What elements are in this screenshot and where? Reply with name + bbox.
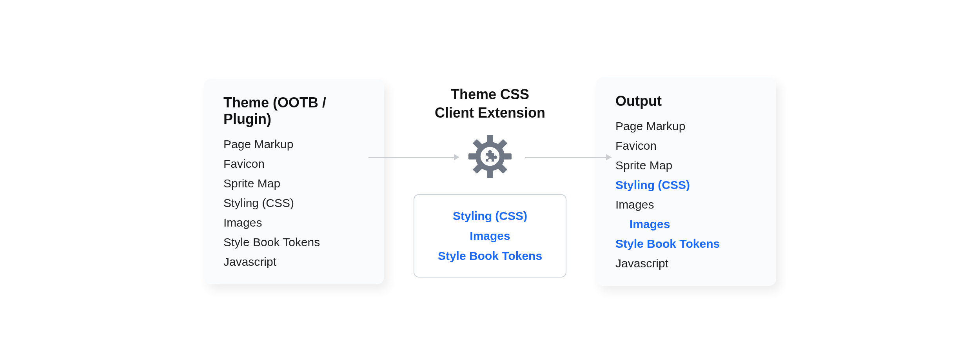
list-item: Javascript <box>615 257 757 270</box>
list-item: Javascript <box>223 255 365 269</box>
list-item: Styling (CSS) <box>223 196 365 210</box>
extension-item: Style Book Tokens <box>438 246 542 266</box>
list-item: Page Markup <box>223 138 365 151</box>
list-item: Style Book Tokens <box>615 237 757 250</box>
theme-panel: Theme (OOTB / Plugin) Page Markup Favico… <box>204 79 384 284</box>
extension-item: Images <box>438 226 542 246</box>
svg-rect-3 <box>504 154 512 160</box>
arrow-head-right-icon <box>606 154 612 160</box>
list-item: Favicon <box>615 139 757 152</box>
theme-panel-title: Theme (OOTB / Plugin) <box>223 94 365 127</box>
list-item: Images <box>615 218 757 231</box>
output-panel-title: Output <box>615 93 757 109</box>
extension-contents-box: Styling (CSS) Images Style Book Tokens <box>414 194 566 278</box>
output-panel-list: Page Markup Favicon Sprite Map Styling (… <box>615 120 757 270</box>
extension-title-line1: Theme CSS <box>451 86 529 102</box>
list-item: Sprite Map <box>223 177 365 190</box>
arrow-left <box>368 157 455 158</box>
svg-rect-0 <box>487 135 493 143</box>
list-item: Page Markup <box>615 120 757 133</box>
list-item: Styling (CSS) <box>615 178 757 192</box>
arrow-head-left-icon <box>454 154 459 160</box>
output-panel: Output Page Markup Favicon Sprite Map St… <box>596 77 776 286</box>
list-item: Images <box>223 216 365 229</box>
gear-row <box>384 134 596 181</box>
diagram-stage: Theme (OOTB / Plugin) Page Markup Favico… <box>204 77 776 286</box>
extension-column: Theme CSS Client Extension <box>384 85 596 278</box>
extension-title-line2: Client Extension <box>435 105 545 121</box>
list-item: Sprite Map <box>615 159 757 172</box>
svg-rect-2 <box>468 154 476 160</box>
list-item: Favicon <box>223 157 365 171</box>
list-item: Style Book Tokens <box>223 236 365 249</box>
theme-panel-list: Page Markup Favicon Sprite Map Styling (… <box>223 138 365 269</box>
gear-puzzle-icon <box>464 135 516 180</box>
list-item: Images <box>615 198 757 211</box>
svg-rect-1 <box>487 170 493 178</box>
extension-title: Theme CSS Client Extension <box>435 85 545 122</box>
arrow-right <box>525 157 612 158</box>
extension-item: Styling (CSS) <box>438 206 542 226</box>
